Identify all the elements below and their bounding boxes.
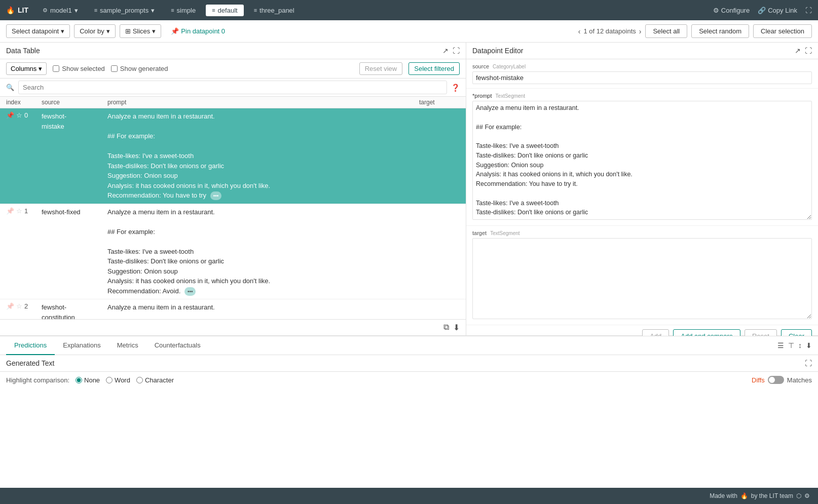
highlight-char-label[interactable]: Character [136, 376, 174, 384]
highlight-word-radio[interactable] [106, 377, 113, 383]
configure-icon: ⚙ [713, 7, 719, 14]
slices-label: Slices [133, 27, 151, 35]
pin-row-2-icon[interactable]: 📌 [6, 302, 14, 310]
nav-tab-sample-prompts-label: sample_prompts [100, 7, 148, 14]
slices-button[interactable]: ⊞ Slices ▾ [120, 24, 162, 38]
select-datapoint-button[interactable]: Select datapoint ▾ [6, 24, 70, 38]
nav-tab-default-label: default [218, 7, 238, 14]
app-logo: 🔥 LIT [6, 6, 28, 14]
row-2-source: fewshot-constitution [42, 302, 107, 319]
datapoint-editor-title: Datapoint Editor [472, 47, 523, 55]
data-table-panel: Data Table ↗ ⛶ Columns ▾ Show selected S… [0, 43, 466, 336]
nav-tab-model1-chevron: ▾ [75, 7, 78, 14]
pin-icon: 📌 [171, 27, 179, 35]
source-label: source CategoryLabel [472, 63, 812, 69]
expand-icon[interactable]: ⛶ [805, 7, 812, 14]
layout-icon-three-panel: ≡ [254, 7, 257, 13]
app-name: LIT [18, 6, 28, 14]
search-input[interactable] [18, 81, 447, 94]
source-input[interactable] [472, 71, 812, 84]
highlight-char-radio[interactable] [136, 377, 143, 383]
dataset-icon: ≡ [94, 7, 97, 13]
datapoint-editor-header: Datapoint Editor ↗ ⛶ [466, 43, 818, 59]
tabs-actions: ☰ ⊤ ↕ ⬇ [777, 341, 812, 350]
row-1-index: 1 [24, 207, 28, 215]
tab-metrics[interactable]: Metrics [109, 336, 146, 355]
nav-tab-default[interactable]: ≡ default [206, 5, 243, 16]
generated-text-title: Generated Text [6, 359, 54, 367]
nav-tab-model1[interactable]: ⚙ model1 ▾ [36, 5, 84, 16]
select-filtered-button[interactable]: Select filtered [408, 62, 460, 75]
show-selected-checkbox[interactable] [53, 65, 59, 72]
generated-text-expand-icon[interactable]: ⛶ [805, 359, 812, 367]
star-row-2-icon[interactable]: ☆ [16, 302, 22, 310]
pin-datapoint-button[interactable]: 📌 Pin datapoint 0 [165, 24, 231, 38]
search-help-icon[interactable]: ❓ [451, 84, 460, 92]
select-datapoint-label: Select datapoint [12, 27, 59, 35]
table-row[interactable]: 📌 ☆ 1 fewshot-fixed Analyze a menu item … [0, 204, 466, 300]
show-selected-label[interactable]: Show selected [53, 65, 105, 72]
highlight-word-label[interactable]: Word [106, 376, 130, 384]
table-row[interactable]: 📌 ☆ 2 fewshot-constitution Analyze a men… [0, 299, 466, 319]
star-row-1-icon[interactable]: ☆ [16, 207, 22, 215]
row-0-source: fewshot-mistake [42, 111, 107, 131]
table-row[interactable]: 📌 ☆ 0 fewshot-mistake Analyze a menu ite… [0, 108, 466, 204]
editor-minimize-icon[interactable]: ↗ [795, 47, 801, 55]
select-datapoint-chevron: ▾ [61, 27, 64, 35]
data-table-title: Data Table [6, 47, 40, 55]
download-button[interactable]: ⬇ [453, 323, 460, 332]
copy-link-button[interactable]: 🔗 Copy Link [758, 7, 797, 14]
highlight-none-radio[interactable] [76, 377, 82, 383]
columns-button[interactable]: Columns ▾ [6, 62, 47, 75]
tabs-filter-icon[interactable]: ⊤ [788, 341, 794, 350]
row-0-index: 0 [24, 111, 28, 119]
star-row-icon[interactable]: ☆ [16, 111, 22, 119]
columns-label: Columns [11, 65, 36, 72]
color-by-button[interactable]: Color by ▾ [74, 24, 115, 38]
more-button-0[interactable]: ••• [210, 191, 222, 200]
tabs-more-icon[interactable]: ⬇ [806, 341, 812, 350]
nav-tab-three-panel[interactable]: ≡ three_panel [248, 5, 301, 16]
tab-counterfactuals[interactable]: Counterfactuals [146, 336, 209, 355]
search-row: 🔍 ❓ [0, 79, 466, 97]
select-all-button[interactable]: Select all [645, 24, 687, 38]
pin-row-1-icon[interactable]: 📌 [6, 207, 14, 215]
more-button-1[interactable]: ••• [184, 287, 196, 296]
highlight-none-label[interactable]: None [76, 376, 100, 384]
copy-button[interactable]: ⧉ [443, 323, 449, 332]
nav-tab-sample-prompts[interactable]: ≡ sample_prompts ▾ [88, 5, 161, 16]
minimize-icon[interactable]: ↗ [442, 47, 449, 55]
clear-selection-button[interactable]: Clear selection [753, 24, 812, 38]
tabs-sort-icon[interactable]: ↕ [798, 341, 802, 350]
footer-settings-icon[interactable]: ⚙ [804, 492, 810, 499]
show-generated-label[interactable]: Show generated [111, 65, 168, 72]
tab-explanations[interactable]: Explanations [55, 336, 108, 355]
color-by-chevron: ▾ [106, 27, 110, 35]
select-random-button[interactable]: Select random [691, 24, 749, 38]
table-header: index source prompt target [0, 97, 466, 108]
editor-fullscreen-icon[interactable]: ⛶ [805, 47, 812, 55]
prompt-textarea[interactable]: Analyze a menu item in a restaurant. ## … [472, 101, 812, 220]
diffs-toggle: Diffs Matches [752, 376, 812, 384]
tabs-menu-icon[interactable]: ☰ [777, 341, 784, 350]
fullscreen-icon[interactable]: ⛶ [453, 47, 460, 55]
pin-row-icon[interactable]: 📌 [6, 111, 14, 119]
show-generated-checkbox[interactable] [111, 65, 118, 72]
panels-row: Data Table ↗ ⛶ Columns ▾ Show selected S… [0, 43, 818, 336]
prompt-field: *prompt TextSegment Analyze a menu item … [466, 89, 818, 226]
prev-datapoint-button[interactable]: ‹ [578, 27, 581, 35]
next-datapoint-button[interactable]: › [639, 27, 642, 35]
color-by-label: Color by [80, 27, 104, 35]
nav-tab-simple[interactable]: ≡ simple [165, 5, 202, 16]
footer-github-icon[interactable]: ⬡ [796, 492, 801, 499]
tabs-row: Predictions Explanations Metrics Counter… [0, 336, 818, 355]
footer-team: by the LIT team [751, 492, 793, 499]
data-table-header-actions: ↗ ⛶ [442, 47, 460, 55]
layout-icon-simple: ≡ [171, 7, 174, 13]
row-0-prompt: Analyze a menu item in a restaurant.## F… [107, 111, 419, 201]
diffs-toggle-switch[interactable] [768, 376, 784, 384]
configure-button[interactable]: ⚙ Configure [713, 7, 750, 14]
reset-view-button[interactable]: Reset view [359, 62, 403, 75]
target-textarea[interactable] [472, 238, 812, 319]
tab-predictions[interactable]: Predictions [6, 336, 55, 355]
